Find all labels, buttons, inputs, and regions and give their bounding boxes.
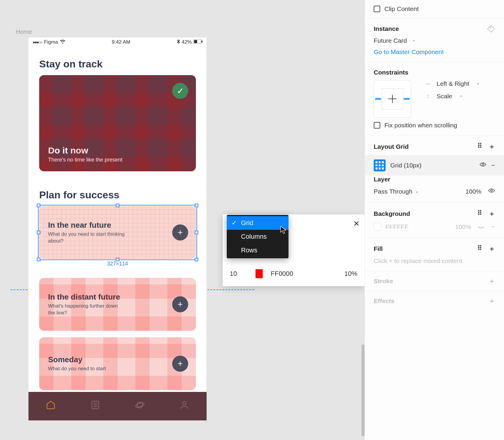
go-to-master-link[interactable]: Go to Master Component [374, 48, 444, 56]
phone-frame[interactable]: ●●●○○ Figma 9:42 AM 42% Stay on track ✓ … [28, 37, 207, 420]
properties-panel: Clip Content Instance Future Card ▾ Go t… [364, 0, 504, 440]
frame-label[interactable]: Home [16, 29, 32, 35]
layer-opacity-input[interactable]: 100% [465, 188, 481, 195]
background-hex-input[interactable]: FFFFFF [386, 223, 408, 230]
section-title: Layer [374, 176, 390, 183]
section-fill: Fill ⠿ ＋ Click + to replace mixed conten… [365, 238, 504, 271]
card-subtitle: What do you need to start thinking about… [48, 231, 125, 245]
close-icon[interactable]: ✕ [353, 219, 360, 228]
heading-plan: Plan for success [28, 178, 207, 206]
visibility-toggle-icon[interactable] [479, 161, 486, 170]
dropdown-option-columns[interactable]: Columns [227, 230, 289, 243]
card-near-future[interactable]: In the near future What do you need to s… [39, 206, 196, 259]
section-title: Fill [374, 245, 383, 252]
svg-rect-1 [194, 40, 197, 43]
section-constraints: Constraints ↔ Left & Right ▾ ↕ Scale [365, 62, 504, 136]
grid-swatch-icon[interactable] [374, 159, 386, 171]
resize-handle[interactable] [37, 231, 40, 234]
background-styles-icon[interactable]: ⠿ [477, 209, 482, 218]
section-layer: Layer Pass Through ▾ 100% [365, 169, 504, 203]
tab-home-icon[interactable] [46, 400, 56, 412]
add-stroke-button[interactable]: ＋ [489, 277, 495, 286]
add-background-button[interactable]: ＋ [489, 209, 495, 218]
chevron-down-icon: ▾ [413, 38, 415, 43]
svg-point-12 [491, 190, 492, 191]
phone-statusbar: ●●●○○ Figma 9:42 AM 42% [28, 37, 207, 47]
background-swatch[interactable] [374, 223, 381, 231]
background-opacity-input[interactable]: 100% [455, 223, 471, 230]
battery-icon [194, 39, 202, 45]
section-stroke: Stroke ＋ [365, 271, 504, 291]
heading-stay-on-track: Stay on track [28, 47, 207, 75]
arrow-horizontal-icon: ↔ [425, 80, 431, 87]
fix-position-checkbox[interactable] [374, 122, 380, 129]
arrow-vertical-icon: ↕ [425, 93, 431, 100]
reset-instance-icon[interactable] [487, 25, 495, 33]
section-title: Stroke [374, 278, 393, 285]
section-layout-grid: Layout Grid ⠿ ＋ Grid (10px) − [365, 136, 504, 169]
card-title: In the near future [48, 221, 187, 230]
add-grid-button[interactable]: ＋ [489, 142, 495, 151]
section-instance: Instance Future Card ▾ Go to Master Comp… [365, 18, 504, 62]
card-do-it-now[interactable]: ✓ Do it now There's no time like the pre… [39, 75, 196, 171]
selection-dimensions: 327×114 [107, 261, 128, 267]
plus-icon: + [172, 356, 188, 372]
grid-styles-icon[interactable]: ⠿ [477, 142, 482, 151]
visibility-hidden-icon[interactable] [478, 222, 485, 231]
fix-position-label: Fix position when scrolling [384, 122, 457, 129]
svg-point-11 [482, 164, 484, 165]
plus-icon: + [172, 224, 188, 240]
constraints-widget[interactable] [374, 80, 411, 118]
constraint-horizontal-select[interactable]: Left & Right [437, 80, 469, 87]
remove-background-button[interactable]: − [491, 223, 495, 231]
canvas-scrollbar[interactable] [362, 344, 364, 436]
card-subtitle: What's happening further down the line? [48, 303, 125, 316]
signal-dots-icon: ●●●○○ [33, 40, 42, 45]
constraint-vertical-select[interactable]: Scale [437, 93, 452, 100]
blend-mode-select[interactable]: Pass Through [374, 188, 412, 195]
clock-label: 9:42 AM [112, 39, 130, 45]
grid-color-swatch[interactable] [255, 269, 263, 278]
bluetooth-icon [177, 39, 180, 45]
section-effects: Effects ＋ [365, 291, 504, 311]
check-icon: ✓ [172, 83, 188, 99]
tab-profile-icon[interactable] [179, 400, 189, 412]
phone-tabbar [28, 392, 207, 420]
section-clip-content: Clip Content [365, 0, 504, 18]
wifi-icon [60, 40, 65, 45]
remove-grid-button[interactable]: − [491, 162, 495, 169]
resize-handle[interactable] [195, 258, 198, 261]
card-someday[interactable]: Someday What do you need to start + [39, 337, 196, 390]
card-distant-future[interactable]: In the distant future What's happening f… [39, 278, 196, 331]
layout-grid-label: Grid (10px) [390, 162, 475, 169]
fill-styles-icon[interactable]: ⠿ [477, 244, 482, 253]
svg-line-13 [478, 227, 479, 228]
add-fill-button[interactable]: ＋ [489, 244, 495, 253]
tab-planet-icon[interactable] [135, 400, 145, 412]
instance-name[interactable]: Future Card [374, 37, 407, 44]
svg-rect-2 [202, 41, 202, 42]
card-subtitle: What do you need to start [48, 365, 125, 372]
tab-list-icon[interactable] [90, 400, 100, 412]
grid-type-dropdown[interactable]: Grid Columns Rows [227, 215, 289, 258]
grid-color-hex[interactable]: FF0000 [271, 270, 293, 278]
chevron-down-icon: ▾ [460, 94, 462, 99]
dropdown-option-grid[interactable]: Grid [227, 216, 289, 230]
card-subtitle: There's no time like the present [48, 157, 187, 163]
visibility-toggle-icon[interactable] [488, 187, 495, 196]
resize-handle[interactable] [195, 231, 198, 234]
grid-size-input[interactable]: 10 [230, 270, 248, 278]
clip-content-checkbox[interactable] [374, 6, 380, 12]
grid-color-opacity[interactable]: 10% [344, 270, 357, 278]
resize-handle[interactable] [37, 258, 40, 261]
fill-placeholder: Click + to replace mixed content. [374, 257, 464, 265]
svg-line-16 [483, 227, 484, 228]
section-title: Effects [374, 297, 394, 305]
add-effect-button[interactable]: ＋ [489, 297, 495, 306]
dropdown-option-rows[interactable]: Rows [227, 243, 289, 257]
section-background: Background ⠿ ＋ FFFFFF 100% − [365, 203, 504, 238]
svg-line-15 [482, 228, 482, 229]
clip-content-label: Clip Content [384, 5, 419, 12]
section-title: Constraints [374, 69, 408, 76]
carrier-label: Figma [44, 39, 58, 45]
